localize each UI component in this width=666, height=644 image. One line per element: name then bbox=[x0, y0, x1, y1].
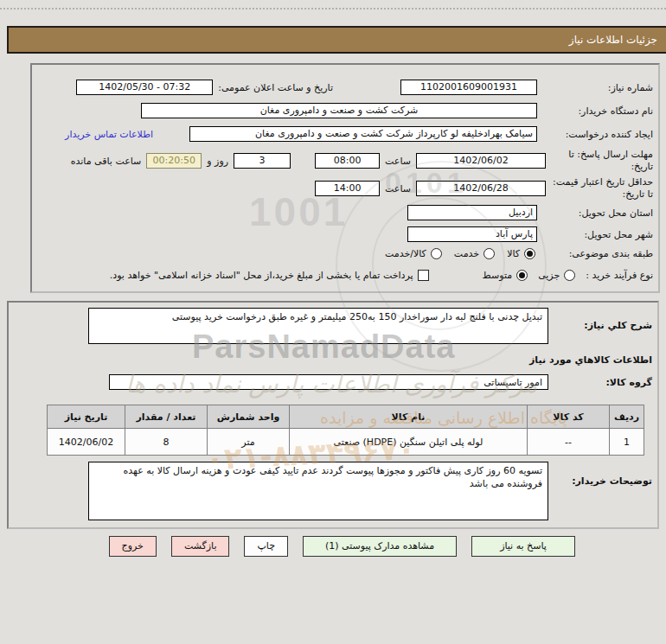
row-process-type: نوع فرآیند خرید : جزیی متوسط پرداخت تمام… bbox=[37, 270, 653, 281]
row-need-number: شماره نیاز: 1102001609001931 تاریخ و ساع… bbox=[37, 80, 653, 95]
view-attached-docs-button[interactable]: مشاهده مدارک پیوستی (1) bbox=[303, 536, 457, 557]
row-city: شهر محل تحویل: پارس آباد bbox=[37, 226, 653, 242]
price-validity-date-field[interactable]: 1402/06/28 bbox=[416, 181, 546, 196]
row-classification: طبقه بندی موضوعی: کالا خدمت کالا/خدمت bbox=[37, 248, 653, 259]
col-header-item-code: کد کالا bbox=[528, 405, 610, 429]
classification-label: طبقه بندی موضوعی: bbox=[548, 248, 653, 259]
row-province: استان محل تحویل: اردبیل bbox=[37, 205, 653, 220]
cell-item-name: لوله پلی اتیلن سنگین (HDPE) صنعتی bbox=[290, 429, 528, 456]
row-creator: ایجاد کننده درخواست: سیامک بهرادخلیفه لو… bbox=[37, 126, 653, 142]
reply-deadline-hour-label: ساعت bbox=[385, 156, 411, 167]
radio-option-label: کالا/خدمت bbox=[385, 248, 426, 259]
process-type-label: نوع فرآیند خرید : bbox=[586, 270, 653, 281]
price-validity-time-field[interactable]: 14:00 bbox=[315, 181, 380, 196]
province-label: استان محل تحویل: bbox=[542, 207, 653, 219]
price-validity-label: حداقل تاریخ اعتبار قیمت: تا تاریخ: bbox=[551, 176, 653, 201]
action-buttons: پاسخ به نیاز مشاهده مدارک پیوستی (1) چاپ… bbox=[0, 536, 666, 557]
reply-deadline-time-field[interactable]: 08:00 bbox=[315, 153, 380, 169]
price-validity-hour-label: ساعت bbox=[385, 183, 411, 194]
need-details-panel: شماره نیاز: 1102001609001931 تاریخ و ساع… bbox=[30, 63, 660, 293]
table-row: 1 -- لوله پلی اتیلن سنگین (HDPE) صنعتی م… bbox=[48, 429, 644, 456]
buyer-contact-link[interactable]: اطلاعات تماس خریدار bbox=[65, 129, 153, 140]
treasury-checkbox-label: پرداخت تمام یا بخشی از مبلغ خرید،از محل … bbox=[110, 270, 413, 281]
cell-quantity: 8 bbox=[125, 429, 208, 456]
goods-table: ردیف کد کالا نام کالا واحد شمارش تعداد /… bbox=[47, 405, 644, 456]
col-header-item-name: نام کالا bbox=[290, 405, 528, 429]
radio-option-label: جزیی bbox=[538, 270, 560, 281]
creator-label: ایجاد کننده درخواست: bbox=[542, 129, 653, 140]
col-header-need-date: تاریخ نیاز bbox=[48, 405, 125, 429]
buyer-notes-field[interactable]: تسویه 60 روز کاری پیش فاکتور و مجوزها پی… bbox=[88, 462, 548, 520]
radio-option-goods[interactable]: کالا bbox=[507, 248, 535, 259]
radio-icon[interactable] bbox=[516, 270, 528, 281]
goods-section-title: اطلاعات كالاهاي مورد نياز bbox=[529, 354, 652, 366]
top-divider bbox=[0, 8, 666, 10]
city-label: شهر محل تحویل: bbox=[542, 229, 653, 240]
need-content-panel: شرح کلي نياز: تبدیل چدنی با فلنج لبه دار… bbox=[7, 301, 659, 529]
cell-row-no: 1 bbox=[610, 429, 644, 456]
announce-label: تاریخ و ساعت اعلان عمومی: bbox=[218, 82, 333, 93]
radio-icon[interactable] bbox=[483, 248, 495, 259]
treasury-checkbox-option[interactable]: پرداخت تمام یا بخشی از مبلغ خرید،از محل … bbox=[110, 270, 429, 281]
col-header-unit: واحد شمارش bbox=[208, 405, 290, 429]
cell-unit: متر bbox=[208, 429, 290, 456]
need-description-field[interactable]: تبدیل چدنی با فلنج لبه دار سوراخدار 150 … bbox=[88, 308, 548, 344]
buyer-notes-label: توضيحات خريدار: bbox=[572, 475, 652, 487]
buyer-org-label: نام دستگاه خریدار: bbox=[542, 105, 653, 117]
back-button[interactable]: بازگشت bbox=[171, 536, 230, 557]
cell-need-date: 1402/06/02 bbox=[48, 429, 125, 456]
page-title: جزئیات اطلاعات نیاز bbox=[7, 26, 666, 54]
radio-option-label: کالا bbox=[507, 248, 520, 259]
days-remaining-field[interactable]: 3 bbox=[234, 153, 291, 169]
exit-button[interactable]: خروج bbox=[109, 536, 157, 557]
radio-icon[interactable] bbox=[564, 270, 575, 281]
days-label: روز و bbox=[207, 156, 228, 167]
radio-icon[interactable] bbox=[524, 248, 535, 259]
time-remaining-label: ساعت باقی مانده bbox=[71, 156, 142, 167]
goods-group-label: گروه کالا: bbox=[605, 377, 652, 388]
time-remaining-badge: 00:20:50 bbox=[146, 153, 202, 169]
buyer-org-field[interactable]: شرکت کشت و صنعت و دامپروری مغان bbox=[141, 103, 537, 118]
radio-option-label: متوسط bbox=[483, 270, 513, 281]
creator-field[interactable]: سیامک بهرادخلیفه لو کارپرداز شرکت کشت و … bbox=[189, 126, 537, 142]
radio-icon[interactable] bbox=[431, 248, 442, 259]
col-header-row-no: ردیف bbox=[610, 405, 644, 429]
radio-option-partial[interactable]: جزیی bbox=[538, 270, 575, 281]
col-header-quantity: تعداد / مقدار bbox=[125, 405, 208, 429]
print-button[interactable]: چاپ bbox=[244, 536, 288, 557]
radio-option-service[interactable]: خدمت bbox=[454, 248, 495, 259]
cell-item-code: -- bbox=[528, 429, 610, 456]
radio-option-goods-service[interactable]: کالا/خدمت bbox=[385, 248, 442, 259]
province-field[interactable]: اردبیل bbox=[407, 205, 537, 220]
goods-group-field[interactable]: امور تاسیساتی bbox=[109, 374, 548, 390]
need-number-field[interactable]: 1102001609001931 bbox=[400, 80, 537, 95]
reply-deadline-label: مهلت ارسال پاسخ: تا تاریخ: bbox=[551, 149, 653, 173]
respond-to-need-button[interactable]: پاسخ به نیاز bbox=[471, 536, 575, 557]
need-description-label: شرح کلي نياز: bbox=[584, 320, 652, 331]
checkbox-icon[interactable] bbox=[418, 270, 429, 281]
radio-option-medium[interactable]: متوسط bbox=[483, 270, 528, 281]
city-field[interactable]: پارس آباد bbox=[407, 226, 537, 242]
need-number-label: شماره نیاز: bbox=[542, 82, 653, 93]
announce-field[interactable]: 07:32 - 1402/05/30 bbox=[76, 80, 213, 95]
radio-option-label: خدمت bbox=[454, 248, 479, 259]
row-price-validity: حداقل تاریخ اعتبار قیمت: تا تاریخ: 1402/… bbox=[37, 176, 653, 201]
row-buyer-org: نام دستگاه خریدار: شرکت کشت و صنعت و دام… bbox=[37, 103, 653, 118]
reply-deadline-date-field[interactable]: 1402/06/02 bbox=[416, 153, 546, 169]
goods-table-header-row: ردیف کد کالا نام کالا واحد شمارش تعداد /… bbox=[48, 405, 644, 429]
row-reply-deadline: مهلت ارسال پاسخ: تا تاریخ: 1402/06/02 سا… bbox=[37, 149, 653, 173]
